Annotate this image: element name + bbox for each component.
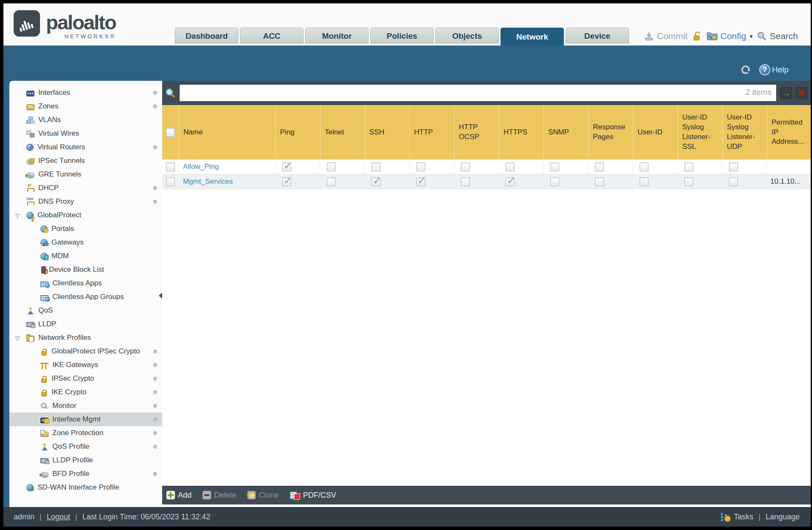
sidebar-item-gateways[interactable]: Gateways xyxy=(9,236,162,249)
https-checkbox[interactable] xyxy=(506,162,515,171)
header-cell-telnet[interactable]: Telnet xyxy=(320,105,365,160)
select-all-checkbox[interactable] xyxy=(166,128,175,137)
help-button[interactable]: ? Help xyxy=(759,64,789,75)
header-cell-snmp[interactable]: SNMP xyxy=(543,105,588,160)
user-id-checkbox[interactable] xyxy=(640,177,649,186)
sidebar-item-virtual-wires[interactable]: Virtual Wires xyxy=(9,127,162,140)
add-button[interactable]: Add xyxy=(166,491,192,500)
sidebar-item-sd-wan-interface-profile[interactable]: SD-WAN Interface Profile xyxy=(9,481,162,494)
ping-checkbox[interactable] xyxy=(282,177,291,186)
user-id-checkbox[interactable] xyxy=(640,162,649,171)
header-cell-ping[interactable]: Ping xyxy=(275,105,320,160)
sidebar-item-bfd-profile[interactable]: BFD Profile xyxy=(9,467,162,481)
response-pages-checkbox[interactable] xyxy=(595,177,604,186)
tab-network[interactable]: Network xyxy=(500,28,564,46)
telnet-checkbox[interactable] xyxy=(327,177,336,186)
global-search-button[interactable]: Search xyxy=(757,31,798,41)
sidebar-item-gre-tunnels[interactable]: GRE Tunnels xyxy=(9,168,162,181)
sidebar-item-ike-crypto[interactable]: IKE Crypto xyxy=(9,385,162,399)
user-id-syslog-listener-ssl-checkbox[interactable] xyxy=(684,177,693,186)
delete-button[interactable]: Delete xyxy=(203,491,236,500)
user-id-syslog-listener-udp-checkbox[interactable] xyxy=(729,162,738,171)
vlans-icon xyxy=(26,117,34,124)
sidebar-item-lldp-profile[interactable]: LLDP Profile xyxy=(9,453,162,467)
sidebar-item-dns-proxy[interactable]: DNS Proxy xyxy=(9,195,162,208)
commit-button[interactable]: Commit xyxy=(644,31,687,41)
snmp-checkbox[interactable] xyxy=(550,177,559,186)
logout-link[interactable]: Logout xyxy=(47,513,70,521)
sidebar-item-interfaces[interactable]: Interfaces xyxy=(9,86,162,100)
tab-monitor[interactable]: Monitor xyxy=(305,28,369,44)
sidebar-item-interface-mgmt[interactable]: Interface Mgmt xyxy=(9,413,162,426)
row-select-checkbox[interactable] xyxy=(166,162,175,171)
header-cell-permitted-ip-address[interactable]: Permitted IP Address... xyxy=(767,105,811,160)
header-cell-http-ocsp[interactable]: HTTP OCSP xyxy=(454,105,499,160)
lock-icon[interactable] xyxy=(692,31,702,42)
tab-acc[interactable]: ACC xyxy=(240,28,303,44)
sidebar-item-portals[interactable]: Portals xyxy=(9,222,162,236)
sidebar-item-ipsec-tunnels[interactable]: IPSec Tunnels xyxy=(9,154,162,168)
response-pages-checkbox[interactable] xyxy=(595,162,604,171)
https-checkbox[interactable] xyxy=(506,177,515,186)
sidebar-item-zones[interactable]: Zones xyxy=(9,100,162,113)
filter-input[interactable] xyxy=(179,84,777,102)
refresh-icon[interactable] xyxy=(740,64,752,76)
ssh-checkbox[interactable] xyxy=(372,177,380,186)
header-cell-response-pages[interactable]: Response Pages xyxy=(588,105,633,160)
config-menu[interactable]: Config ▾ xyxy=(706,31,753,41)
sidebar-collapse-handle[interactable] xyxy=(159,293,162,299)
telnet-checkbox[interactable] xyxy=(327,162,336,171)
sidebar-item-lldp[interactable]: LLDP xyxy=(9,317,162,331)
sidebar-item-qos[interactable]: QoS xyxy=(9,304,162,317)
sidebar-item-dhcp[interactable]: DHCP xyxy=(9,181,162,195)
sidebar-item-device-block-list[interactable]: Device Block List xyxy=(9,263,162,276)
sidebar-item-monitor[interactable]: Monitor xyxy=(9,399,162,413)
ping-checkbox[interactable] xyxy=(282,162,291,171)
header-cell-name[interactable]: Name xyxy=(179,105,275,160)
sidebar-item-mdm[interactable]: MDM xyxy=(9,249,162,263)
sidebar-item-virtual-routers[interactable]: Virtual Routers xyxy=(9,140,162,154)
clear-filter-button[interactable]: ✖ xyxy=(795,87,807,99)
tab-device[interactable]: Device xyxy=(566,28,629,44)
clientless-apps-icon xyxy=(40,282,49,287)
header-cell-user-id-syslog-listener-udp[interactable]: User-ID Syslog Listener-UDP xyxy=(722,105,767,160)
row-select-checkbox[interactable] xyxy=(166,177,175,186)
tab-dashboard[interactable]: Dashboard xyxy=(175,28,238,44)
sidebar-item-zone-protection[interactable]: Zone Protection xyxy=(9,426,162,440)
sidebar-item-globalprotect-ipsec-crypto[interactable]: GlobalProtect IPSec Crypto xyxy=(9,345,162,358)
sidebar-item-qos-profile[interactable]: QoS Profile xyxy=(9,440,162,453)
expander-triangle-icon[interactable]: ▽ xyxy=(15,212,20,219)
header-cell-https[interactable]: HTTPS xyxy=(499,105,543,160)
http-checkbox[interactable] xyxy=(416,177,425,186)
user-id-syslog-listener-udp-checkbox[interactable] xyxy=(729,177,738,186)
sidebar-item-vlans[interactable]: VLANs xyxy=(9,113,162,127)
apply-filter-button[interactable]: → xyxy=(780,87,792,99)
sidebar-item-ike-gateways[interactable]: IKE Gateways xyxy=(9,358,162,372)
snmp-checkbox[interactable] xyxy=(550,162,559,171)
header-cell-http[interactable]: HTTP xyxy=(409,105,454,160)
pdf-csv-button[interactable]: PDF/CSV xyxy=(290,491,336,500)
clone-button[interactable]: Clone xyxy=(247,491,279,500)
http-ocsp-checkbox[interactable] xyxy=(461,162,470,171)
tab-policies[interactable]: Policies xyxy=(370,28,434,44)
header-cell-user-id-syslog-listener-ssl[interactable]: User-ID Syslog Listener-SSL xyxy=(678,105,722,160)
sidebar-item-globalprotect[interactable]: ▽GlobalProtect xyxy=(9,208,162,222)
expander-triangle-icon[interactable]: ▽ xyxy=(15,335,20,342)
ssh-checkbox[interactable] xyxy=(372,162,380,171)
http-ocsp-checkbox[interactable] xyxy=(461,177,470,186)
language-button[interactable]: Language xyxy=(766,513,800,521)
profile-name-link[interactable]: Allow_Ping xyxy=(179,160,275,174)
profile-name-link[interactable]: Mgmt_Services xyxy=(179,174,275,189)
header-cell-ssh[interactable]: SSH xyxy=(365,105,409,160)
sidebar-item-ipsec-crypto[interactable]: IPSec Crypto xyxy=(9,372,162,385)
tab-objects[interactable]: Objects xyxy=(435,28,499,44)
sidebar-item-clientless-apps[interactable]: Clientless Apps xyxy=(9,276,162,290)
sidebar-item-label: QoS Profile xyxy=(52,442,89,451)
sidebar-item-clientless-app-groups[interactable]: Clientless App Groups xyxy=(9,290,162,304)
header-cell-user-id[interactable]: User-ID xyxy=(633,105,678,160)
sidebar-item-network-profiles[interactable]: ▽Network Profiles xyxy=(9,331,162,345)
user-id-syslog-listener-ssl-checkbox[interactable] xyxy=(684,162,693,171)
row-select-cell xyxy=(162,160,179,174)
tasks-button[interactable]: Tasks xyxy=(734,513,753,521)
http-checkbox[interactable] xyxy=(416,162,425,171)
